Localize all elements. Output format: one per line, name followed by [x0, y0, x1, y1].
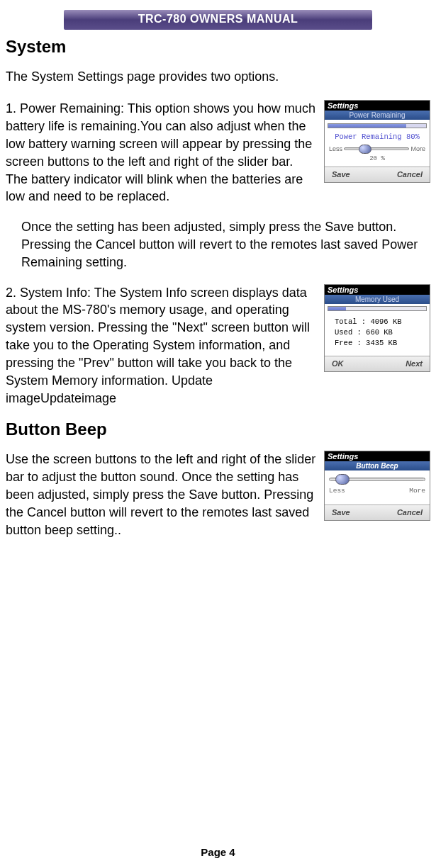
slider-value-text: 20 % [328, 155, 427, 162]
screenshot-subtitle: Power Remaining [325, 111, 430, 120]
save-button[interactable]: Save [332, 508, 350, 517]
button-beep-body-text: Use the screen buttons to the left and r… [6, 452, 315, 536]
power-readout-text: Power Remaining 80% [328, 133, 427, 141]
system-intro-text: The System Settings page provides two op… [6, 68, 430, 86]
screenshot-subtitle: Memory Used [325, 295, 430, 304]
cancel-button[interactable]: Cancel [397, 508, 423, 517]
power-progress-bar [328, 123, 427, 128]
memory-total-text: Total : 4096 KB [335, 317, 427, 327]
item2-lead-text: 2. System Info: The System Info screen d… [6, 286, 310, 405]
memory-usage-bar [328, 306, 427, 311]
page-number: Page 4 [0, 846, 436, 858]
screenshot-memory-used: Settings Memory Used Total : 4096 KB Use… [324, 284, 430, 373]
slider-label-less: Less [329, 145, 342, 152]
section-title-button-beep: Button Beep [6, 419, 430, 439]
screenshot-titlebar: Settings [325, 101, 430, 111]
beep-slider[interactable] [329, 478, 425, 481]
item1-lead-text: 1. Power Remaining: This option shows yo… [6, 101, 315, 203]
screenshot-titlebar: Settings [325, 285, 430, 295]
slider-label-more: More [410, 145, 425, 152]
screenshot-subtitle: Button Beep [325, 461, 430, 470]
screenshot-button-beep: Settings Button Beep Less More Save [324, 451, 430, 521]
memory-used-text: Used : 660 KB [335, 327, 427, 338]
slider-label-more: More [409, 487, 425, 495]
slider-label-less: Less [329, 487, 345, 495]
next-button[interactable]: Next [406, 359, 423, 368]
memory-free-text: Free : 3435 KB [335, 338, 427, 349]
cancel-button[interactable]: Cancel [397, 170, 423, 179]
ok-button[interactable]: OK [332, 359, 344, 368]
screenshot-titlebar: Settings [325, 451, 430, 461]
power-slider[interactable] [344, 147, 409, 150]
section-title-system: System [6, 37, 430, 57]
save-button[interactable]: Save [332, 170, 350, 179]
item1-continuation-text: Once the setting has been adjusted, simp… [6, 218, 430, 271]
manual-header-bar: TRC-780 OWNERS MANUAL [64, 10, 372, 30]
screenshot-power-remaining: Settings Power Remaining Power Remaining… [324, 100, 430, 183]
